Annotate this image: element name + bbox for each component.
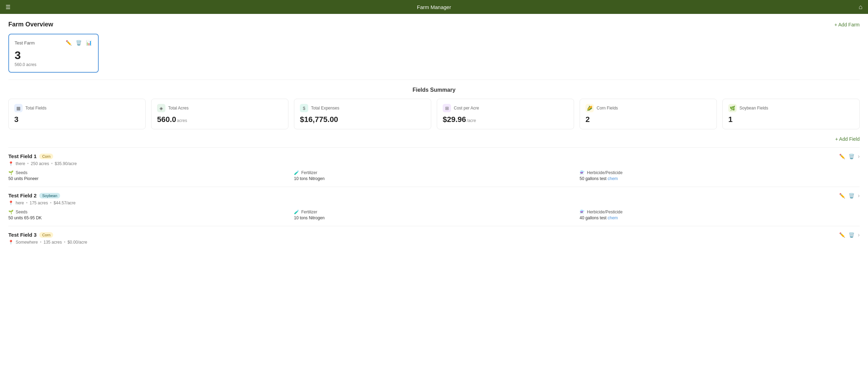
total-expenses-icon: $ [300, 104, 308, 112]
summary-card-unit: /acre [467, 118, 476, 123]
field-name: Test Field 3 [8, 232, 36, 238]
field-fertilizer: 🧪 Fertilizer 10 tons Nitrogen [294, 170, 574, 181]
add-field-button[interactable]: + Add Field [835, 136, 860, 142]
field-info: Test Field 3 Corn 📍 Somewhere • 135 acre… [8, 232, 87, 245]
summary-label: $ Total Expenses [300, 104, 425, 112]
field-title: Test Field 3 Corn [8, 232, 87, 238]
summary-card-label-text: Total Acres [168, 106, 189, 111]
cost-per-acre-icon: ⊞ [443, 104, 451, 112]
crop-badge: Soybean [39, 193, 60, 198]
field-actions: ✏️ 🗑️ › [839, 232, 860, 238]
field-herbicide: ⚗️ Herbicide/Pesticide 40 gallons test c… [580, 210, 860, 220]
field-name: Test Field 1 [8, 153, 36, 159]
field-location: here [16, 201, 24, 205]
summary-label: 🌽 Corn Fields [586, 104, 711, 112]
menu-icon[interactable]: ☰ [6, 4, 10, 10]
expand-field-button[interactable]: › [858, 232, 860, 238]
summary-card-value: 560.0acres [157, 115, 282, 124]
fields-summary-section: Fields Summary ▦ Total Fields 3 ◈ Total … [8, 87, 860, 129]
edit-field-button[interactable]: ✏️ [839, 154, 845, 159]
field-item: Test Field 3 Corn 📍 Somewhere • 135 acre… [8, 226, 860, 250]
herbicide-icon: ⚗️ [580, 170, 585, 175]
home-icon[interactable]: ⌂ [859, 3, 862, 11]
herbicide-link[interactable]: chem [608, 215, 618, 220]
fertilizer-icon: 🧪 [294, 170, 299, 175]
field-inputs: 🌱 Seeds 50 units 65-95 DK 🧪 Fertilizer 1… [8, 210, 860, 220]
field-acres: 135 acres [43, 240, 62, 245]
field-herbicide: ⚗️ Herbicide/Pesticide 50 gallons test c… [580, 170, 860, 181]
herbicide-label: ⚗️ Herbicide/Pesticide [580, 170, 860, 175]
edit-farm-button[interactable]: ✏️ [65, 39, 72, 46]
edit-field-button[interactable]: ✏️ [839, 193, 845, 198]
delete-field-button[interactable]: 🗑️ [849, 232, 854, 238]
farm-name: Test Farm [15, 40, 35, 46]
fertilizer-label: 🧪 Fertilizer [294, 170, 574, 175]
top-navigation: ☰ Farm Manager ⌂ [0, 0, 868, 14]
crop-badge: Corn [39, 154, 53, 159]
summary-card-value: $16,775.00 [300, 115, 425, 124]
delete-field-button[interactable]: 🗑️ [849, 154, 854, 159]
field-item-header: Test Field 3 Corn 📍 Somewhere • 135 acre… [8, 232, 860, 245]
fields-section-header: + Add Field [8, 136, 860, 142]
herbicide-value: 50 gallons test chem [580, 176, 860, 181]
field-meta: 📍 there • 250 acres • $35.90/acre [8, 161, 77, 166]
summary-label: 🌿 Soybean Fields [728, 104, 854, 112]
fields-section: + Add Field Test Field 1 Corn 📍 there • … [8, 136, 860, 250]
summary-label: ◈ Total Acres [157, 104, 282, 112]
summary-card-corn-fields: 🌽 Corn Fields 2 [580, 99, 717, 129]
add-farm-button[interactable]: + Add Farm [834, 22, 860, 27]
main-content: Farm Overview + Add Farm Test Farm ✏️ 🗑️… [0, 14, 868, 367]
field-name: Test Field 2 [8, 193, 36, 198]
expand-field-button[interactable]: › [858, 193, 860, 199]
summary-card-label-text: Total Expenses [311, 106, 339, 111]
fertilizer-label: 🧪 Fertilizer [294, 210, 574, 214]
summary-card-value: 1 [728, 115, 854, 124]
seeds-value: 50 units Pioneer [8, 176, 288, 181]
field-cost-per-acre: $35.90/acre [55, 161, 76, 166]
delete-field-button[interactable]: 🗑️ [849, 193, 854, 198]
field-meta: 📍 here • 175 acres • $44.57/acre [8, 201, 76, 205]
herbicide-icon: ⚗️ [580, 210, 585, 214]
expand-field-button[interactable]: › [858, 153, 860, 160]
field-title: Test Field 1 Corn [8, 153, 77, 159]
location-icon: 📍 [8, 240, 14, 245]
summary-card-total-expenses: $ Total Expenses $16,775.00 [294, 99, 431, 129]
farm-overview-title: Farm Overview [8, 21, 53, 28]
field-title: Test Field 2 Soybean [8, 193, 76, 198]
seeds-icon: 🌱 [8, 170, 14, 175]
herbicide-link[interactable]: chem [608, 176, 618, 181]
farm-card: Test Farm ✏️ 🗑️ 📊 3 560.0 acres [8, 34, 99, 73]
farm-field-count: 3 [15, 50, 92, 61]
field-cost-per-acre: $0.00/acre [67, 240, 87, 245]
herbicide-value: 40 gallons test chem [580, 215, 860, 220]
summary-card-soybean-fields: 🌿 Soybean Fields 1 [722, 99, 860, 129]
total-fields-icon: ▦ [14, 104, 23, 112]
total-acres-icon: ◈ [157, 104, 165, 112]
summary-card-total-acres: ◈ Total Acres 560.0acres [151, 99, 288, 129]
delete-farm-button[interactable]: 🗑️ [75, 39, 82, 46]
field-item-header: Test Field 1 Corn 📍 there • 250 acres • … [8, 153, 860, 166]
field-location: Somewhere [16, 240, 38, 245]
corn-fields-icon: 🌽 [586, 104, 594, 112]
edit-field-button[interactable]: ✏️ [839, 232, 845, 238]
summary-card-label-text: Total Fields [25, 106, 47, 111]
soybean-fields-icon: 🌿 [728, 104, 737, 112]
field-meta: 📍 Somewhere • 135 acres • $0.00/acre [8, 240, 87, 245]
summary-card-label-text: Corn Fields [597, 106, 618, 111]
summary-card-cost-per-acre: ⊞ Cost per Acre $29.96/acre [437, 99, 574, 129]
summary-label: ▦ Total Fields [14, 104, 140, 112]
field-cost-per-acre: $44.57/acre [54, 201, 75, 205]
herbicide-label: ⚗️ Herbicide/Pesticide [580, 210, 860, 214]
farm-acres: 560.0 acres [15, 62, 92, 67]
summary-card-value: 2 [586, 115, 711, 124]
field-item: Test Field 2 Soybean 📍 here • 175 acres … [8, 187, 860, 226]
field-item: Test Field 1 Corn 📍 there • 250 acres • … [8, 147, 860, 187]
field-seeds: 🌱 Seeds 50 units 65-95 DK [8, 210, 288, 220]
field-fertilizer: 🧪 Fertilizer 10 tons Nitrogen [294, 210, 574, 220]
farm-overview-header: Farm Overview + Add Farm [8, 21, 860, 28]
summary-card-total-fields: ▦ Total Fields 3 [8, 99, 146, 129]
location-icon: 📍 [8, 201, 14, 205]
fields-list: Test Field 1 Corn 📍 there • 250 acres • … [8, 147, 860, 250]
view-farm-button[interactable]: 📊 [85, 39, 92, 46]
field-acres: 175 acres [30, 201, 48, 205]
